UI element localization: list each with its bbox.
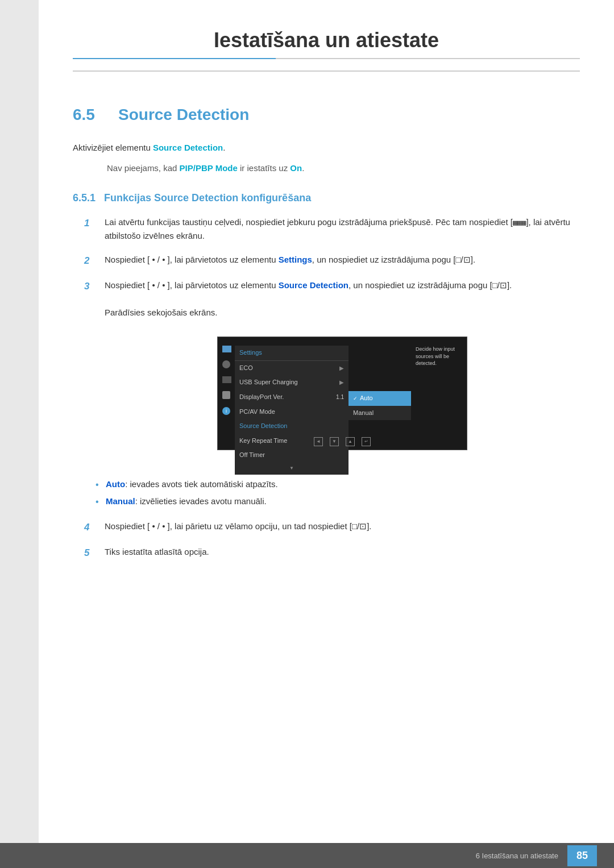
step-1: 1 Lai atvērtu funkcijas taustiņu ceļvedi… <box>84 215 580 243</box>
subsection-title: Funkcijas Source Detection konfigurēšana <box>104 192 311 203</box>
note-highlight1: PIP/PBP Mode <box>180 163 238 173</box>
step-2: 2 Nospiediet [ • / • ], lai pārvietotos … <box>84 253 580 268</box>
screen-mockup: i Settings ECO▶ USB Super Charging▶ <box>217 337 467 450</box>
intro-highlight: Source Detection <box>153 143 223 152</box>
nav-btn-up: ▲ <box>346 437 355 446</box>
bullet-manual-highlight: Manual <box>106 496 135 506</box>
note-paragraph: Nav pieejams, kad PIP/PBP Mode ir iestat… <box>107 161 580 175</box>
screen-mockup-wrapper: i Settings ECO▶ USB Super Charging▶ <box>105 337 580 450</box>
icon-gear <box>222 391 230 399</box>
left-border <box>0 0 39 868</box>
footer-page: 85 <box>567 845 597 866</box>
icon-menu <box>222 376 231 383</box>
steps-list-2: 4 Nospiediet [ • / • ], lai pārietu uz v… <box>84 520 580 560</box>
menu-item-off-timer: Off Timer <box>235 448 349 463</box>
submenu-panel: ✓ Auto Manual <box>349 391 411 420</box>
chapter-title-area: Iestatīšana un atiestate <box>73 23 580 72</box>
chapter-title: Iestatīšana un atiestate <box>73 23 580 52</box>
nav-btn-down: ▼ <box>330 437 339 446</box>
menu-item-pcav: PC/AV Mode <box>235 405 349 420</box>
nav-btn-enter: ↵ <box>362 437 371 446</box>
icon-settings <box>222 360 230 368</box>
menu-item-eco: ECO▶ <box>235 361 349 376</box>
nav-btn-left: ◄ <box>314 437 323 446</box>
footer-text: 6 Iestatīšana un atiestate <box>476 852 558 860</box>
subsection-heading: 6.5.1 Funkcijas Source Detection konfigu… <box>73 192 580 204</box>
section-heading: 6.5 Source Detection <box>73 106 580 124</box>
menu-panel: Settings ECO▶ USB Super Charging▶ Displa… <box>235 346 349 475</box>
bullet-manual-text: : izvēlieties ievades avotu manuāli. <box>135 496 267 506</box>
submenu-manual: Manual <box>349 406 411 421</box>
note-highlight2: On <box>290 163 302 173</box>
step-2-number: 2 <box>84 253 96 268</box>
intro-paragraph: Aktivizējiet elementu Source Detection. <box>73 141 580 155</box>
step-5-content: Tiks iestatīta atlasītā opcija. <box>105 545 580 559</box>
scroll-indicator: ▼ <box>235 463 349 475</box>
intro-end: . <box>223 143 225 152</box>
icon-display <box>222 346 231 352</box>
step-5-number: 5 <box>84 545 96 560</box>
bullet-list: Auto: ievades avots tiek automātiski atp… <box>96 477 580 508</box>
icon-bar: i <box>222 346 231 415</box>
bullet-auto: Auto: ievades avots tiek automātiski atp… <box>96 477 580 491</box>
note-text: Nav pieejams, kad <box>107 163 180 173</box>
menu-item-displayport: DisplayPort Ver.1.1 <box>235 390 349 405</box>
bullet-auto-text: : ievades avots tiek automātiski atpazīt… <box>125 479 277 489</box>
subsection-number: 6.5.1 <box>73 192 96 203</box>
menu-item-source-detection: Source Detection <box>235 419 349 434</box>
step-3-number: 3 <box>84 279 96 294</box>
step-3-content: Nospiediet [ • / • ], lai pārvietotos uz… <box>105 279 580 467</box>
section-number: 6.5 <box>73 106 107 124</box>
bullet-manual: Manual: izvēlieties ievades avotu manuāl… <box>96 495 580 508</box>
note-end: . <box>302 163 304 173</box>
note-mid: ir iestatīts uz <box>238 163 291 173</box>
intro-text: Aktivizējiet elementu <box>73 143 153 152</box>
title-divider <box>73 58 580 59</box>
step3-highlight: Source Detection <box>279 280 349 290</box>
step2-highlight: Settings <box>279 255 312 264</box>
footer: 6 Iestatīšana un atiestate 85 <box>0 843 614 868</box>
step-3: 3 Nospiediet [ • / • ], lai pārvietotos … <box>84 279 580 467</box>
step-1-content: Lai atvērtu funkcijas taustiņu ceļvedi, … <box>105 215 580 243</box>
icon-info: i <box>222 407 230 415</box>
step-4-content: Nospiediet [ • / • ], lai pārietu uz vēl… <box>105 520 580 533</box>
bullet-auto-highlight: Auto <box>106 479 125 489</box>
menu-item-usb: USB Super Charging▶ <box>235 375 349 390</box>
steps-list: 1 Lai atvērtu funkcijas taustiņu ceļvedi… <box>84 215 580 467</box>
step-4-number: 4 <box>84 520 96 535</box>
step-4: 4 Nospiediet [ • / • ], lai pārietu uz v… <box>84 520 580 535</box>
step1-icon: ▦▦▦ <box>513 218 526 227</box>
bottom-nav: ◄ ▼ ▲ ↵ <box>235 437 450 446</box>
step-5: 5 Tiks iestatīta atlasītā opcija. <box>84 545 580 560</box>
submenu-auto: ✓ Auto <box>349 391 411 406</box>
step-2-content: Nospiediet [ • / • ], lai pārvietotos uz… <box>105 253 580 267</box>
tooltip-panel: Decide how input sources will be detecte… <box>416 346 461 367</box>
menu-header: Settings <box>235 346 349 361</box>
section-title: Source Detection <box>118 106 249 124</box>
step-1-number: 1 <box>84 215 96 231</box>
